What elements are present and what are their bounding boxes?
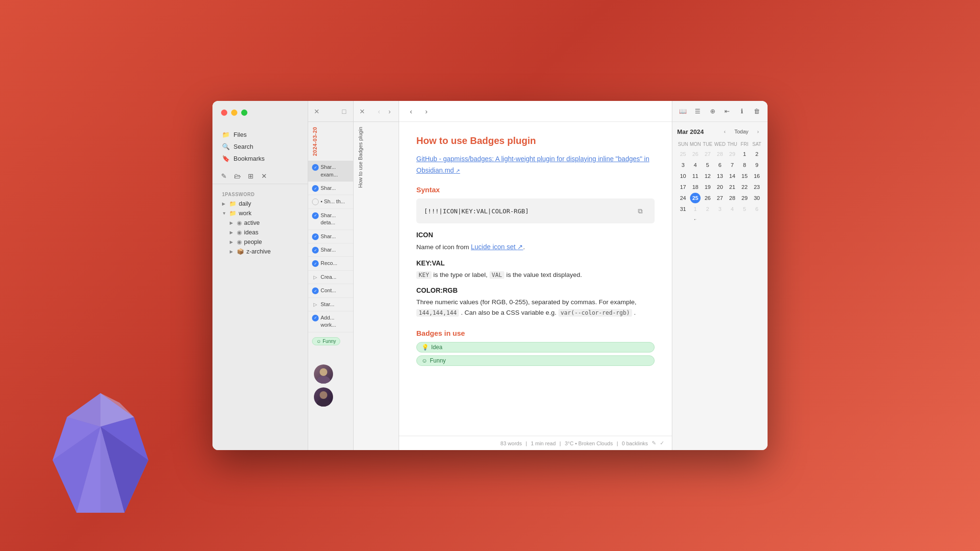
cal-day[interactable]: 1 [690, 204, 701, 214]
close-button[interactable] [221, 110, 227, 116]
nav-forward-button[interactable]: › [420, 105, 433, 118]
reading-mode-button[interactable]: 📖 [677, 105, 689, 118]
cal-day[interactable]: 30 [752, 193, 762, 203]
graph-button[interactable]: ⊕ [707, 105, 719, 118]
tree-item-people[interactable]: ▶ ◉ people [218, 237, 302, 247]
cal-day[interactable]: 25 [678, 149, 688, 159]
note-list-item[interactable]: ✓ Cont... [308, 284, 353, 298]
cal-day[interactable]: 9 [752, 160, 762, 170]
nav-forward-button[interactable]: › [385, 107, 394, 116]
avatar-1[interactable] [314, 364, 333, 384]
cal-day[interactable]: 23 [752, 182, 762, 192]
calendar-prev-button[interactable]: ‹ [720, 127, 730, 136]
close-panel-button[interactable]: ✕ [313, 108, 321, 115]
cal-day[interactable]: 24 [678, 193, 688, 203]
avatar-2[interactable] [314, 387, 333, 407]
cal-day[interactable]: 28 [714, 149, 725, 159]
sidebar-item-search[interactable]: 🔍 Search [218, 141, 302, 153]
grid-toolbar-btn[interactable]: ⊞ [245, 170, 256, 182]
note-list-item[interactable]: ✓ Shar... deta... [308, 209, 353, 230]
cal-day[interactable]: 27 [702, 149, 713, 159]
cal-day[interactable]: 29 [727, 149, 737, 159]
folder-toolbar-btn[interactable]: 🗁 [232, 170, 243, 182]
cal-day[interactable]: 13 [714, 171, 725, 181]
tree-item-daily[interactable]: ▶ 📁 daily [218, 199, 302, 209]
outline-button[interactable]: ☰ [692, 105, 704, 118]
edit-icon[interactable]: ✎ [652, 440, 656, 446]
arrow-icon: ▷ [312, 274, 319, 281]
cal-day[interactable]: 6 [752, 204, 762, 214]
cal-day[interactable]: 21 [727, 182, 737, 192]
lucide-link[interactable]: Lucide icon set ↗ [471, 243, 523, 251]
trash-button[interactable]: 🗑 [751, 105, 763, 118]
cal-day[interactable]: 11 [690, 171, 701, 181]
tree-item-active[interactable]: ▶ ◉ active [218, 218, 302, 228]
cal-day[interactable]: 16 [752, 171, 762, 181]
calendar-next-button[interactable]: › [753, 127, 763, 136]
new-note-button[interactable]: □ [340, 107, 348, 116]
cal-day[interactable]: 22 [739, 182, 750, 192]
note-list-item[interactable]: ✓ Shar... exam... [308, 161, 353, 182]
note-list-item[interactable]: ▷ Crea... [308, 271, 353, 284]
sidebar-item-files[interactable]: 📁 Files [218, 129, 302, 141]
copy-button[interactable]: ⧉ [634, 204, 647, 218]
separator: | [559, 441, 561, 446]
tree-item-work[interactable]: ▼ 📁 work [218, 209, 302, 218]
cal-day[interactable]: 20 [714, 182, 725, 192]
cal-day[interactable]: 2 [752, 149, 762, 159]
vertical-tab-label[interactable]: How to use Badges plugin [354, 122, 399, 193]
note-list-item[interactable]: • Sh... th... [308, 195, 353, 209]
nav-back-button[interactable]: ‹ [405, 105, 417, 118]
cal-day[interactable]: 19 [702, 182, 713, 192]
cal-day[interactable]: 28 [727, 193, 737, 203]
cal-day[interactable]: 8 [739, 160, 750, 170]
cal-day[interactable]: 4 [690, 160, 701, 170]
cal-day[interactable]: 27 [714, 193, 725, 203]
check-circle-icon[interactable]: ✓ [660, 440, 664, 446]
cal-day[interactable]: 1 [739, 149, 750, 159]
funny-badge[interactable]: ☺ Funny [312, 337, 340, 345]
cal-day[interactable]: 5 [739, 204, 750, 214]
cal-day[interactable]: 3 [714, 204, 725, 214]
calendar-grid: SUN MON TUE WED THU FRI SAT 25 26 27 28 … [677, 140, 763, 214]
cal-day[interactable]: 3 [678, 160, 688, 170]
edit-toolbar-btn[interactable]: ✎ [218, 170, 230, 182]
note-list-item[interactable]: ✓ Shar... [308, 243, 353, 257]
maximize-button[interactable] [241, 110, 247, 116]
cal-day[interactable]: 29 [739, 193, 750, 203]
cal-day[interactable]: 26 [702, 193, 713, 203]
backlinks: 0 backlinks [622, 441, 648, 446]
minimize-button[interactable] [231, 110, 237, 116]
cal-day[interactable]: 4 [727, 204, 737, 214]
tree-item-ideas[interactable]: ▶ ◉ ideas [218, 228, 302, 237]
tree-item-z-archive[interactable]: ▶ 📦 z-archive [218, 247, 302, 256]
github-link[interactable]: GitHub - gapmiss/badges: A light-weight … [416, 155, 649, 174]
sidebar-item-bookmarks[interactable]: 🔖 Bookmarks [218, 153, 302, 165]
crystal-decoration [38, 388, 163, 522]
note-list-item[interactable]: ✓ Shar... [308, 230, 353, 243]
cal-day[interactable]: 26 [690, 149, 701, 159]
note-list-item[interactable]: ✓ Add... work... [308, 311, 353, 332]
cal-header-sat: SAT [751, 140, 763, 148]
cal-day[interactable]: 17 [678, 182, 688, 192]
note-list-item[interactable]: ✓ Shar... [308, 182, 353, 195]
cal-day[interactable]: 14 [727, 171, 737, 181]
nav-back-button[interactable]: ‹ [375, 107, 383, 116]
cal-day[interactable]: 12 [702, 171, 713, 181]
cal-day[interactable]: 7 [727, 160, 737, 170]
cal-day-today[interactable]: 25 [690, 193, 701, 203]
close-tab-panel-button[interactable]: ✕ [358, 108, 366, 115]
cal-day[interactable]: 5 [702, 160, 713, 170]
info-button[interactable]: ℹ [736, 105, 748, 118]
backlinks-button[interactable]: ⇤ [722, 105, 734, 118]
cal-day[interactable]: 31 [678, 204, 688, 214]
today-button[interactable]: Today [732, 128, 751, 135]
close-toolbar-btn[interactable]: ✕ [258, 170, 270, 182]
cal-day[interactable]: 15 [739, 171, 750, 181]
cal-day[interactable]: 10 [678, 171, 688, 181]
note-list-item[interactable]: ✓ Reco... [308, 257, 353, 270]
cal-day[interactable]: 6 [714, 160, 725, 170]
cal-day[interactable]: 18 [690, 182, 701, 192]
note-list-item[interactable]: ▷ Star... [308, 298, 353, 311]
cal-day[interactable]: 2 [702, 204, 713, 214]
